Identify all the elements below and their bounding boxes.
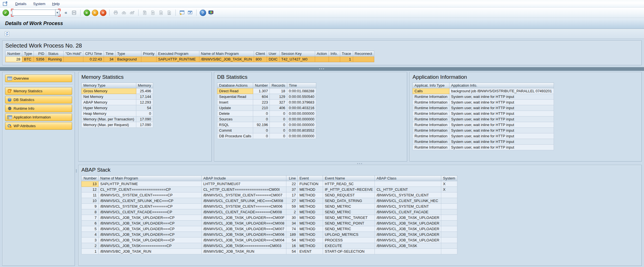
cell[interactable]: 13 bbox=[82, 181, 99, 187]
cell[interactable] bbox=[441, 237, 457, 243]
cell[interactable]: 18 bbox=[270, 88, 287, 94]
column-header[interactable]: Session Key bbox=[279, 51, 315, 57]
menu-item-details[interactable]: Details bbox=[12, 1, 30, 6]
cell[interactable]: 5 bbox=[82, 226, 99, 232]
cell[interactable]: /BNWVS/CL_SYSTEM_CLIENT bbox=[375, 204, 441, 209]
cell[interactable]: Delete bbox=[217, 111, 253, 116]
back-button[interactable]: « bbox=[83, 9, 90, 16]
cell[interactable]: 0:00:00.000000 bbox=[287, 111, 316, 116]
cell[interactable]: 0:00:00.803552 bbox=[287, 128, 316, 133]
cell[interactable]: 4 bbox=[82, 232, 99, 237]
cell[interactable]: IF_HTTP_CLIENT~RECEIVE bbox=[323, 187, 375, 192]
cell[interactable]: 0:22:43 bbox=[83, 57, 104, 62]
cell[interactable]: EXECUTE bbox=[323, 243, 375, 249]
column-header[interactable]: PID bbox=[34, 51, 46, 57]
cell[interactable]: /BNWVS/CL_SYSTEM_CLIENT bbox=[375, 192, 441, 198]
cell[interactable]: /BNWVS/CL_JOB_TASK_UPLOADER===CP bbox=[99, 237, 202, 243]
enter-button[interactable]: ✓ bbox=[2, 9, 9, 16]
cell[interactable]: METHOD bbox=[298, 215, 323, 221]
column-header[interactable]: Trace bbox=[340, 51, 353, 57]
column-header[interactable]: Action bbox=[315, 51, 329, 57]
cell[interactable]: 0 bbox=[270, 128, 287, 133]
create-shortcut-button[interactable] bbox=[187, 9, 193, 16]
sidebar-item-wp-attributes[interactable]: WP Attributes bbox=[5, 122, 72, 130]
cell[interactable]: 5356 bbox=[34, 57, 46, 62]
cell[interactable]: Background bbox=[115, 57, 141, 62]
cell[interactable]: 34 bbox=[286, 221, 298, 226]
cell[interactable]: 7 bbox=[82, 215, 99, 221]
cell[interactable]: /BNWVS/CL_SYSTEM_CLIENT=======CM007 bbox=[202, 192, 286, 198]
cell[interactable]: DDIC bbox=[267, 57, 279, 62]
cell[interactable]: METHOD bbox=[298, 226, 323, 232]
cell[interactable]: /BNWVS/CL_JOB_TASK_UPLOADER bbox=[375, 232, 441, 237]
cell[interactable]: Sources bbox=[217, 116, 253, 122]
cell[interactable]: CL_HTTP_CLIENT================CP bbox=[99, 187, 202, 192]
cell[interactable]: METHOD bbox=[298, 198, 323, 204]
cell[interactable]: 16 bbox=[286, 243, 298, 249]
column-header[interactable]: Memory bbox=[136, 83, 153, 88]
cell[interactable] bbox=[141, 57, 156, 62]
cell[interactable]: 17.144 bbox=[136, 94, 153, 100]
cell[interactable] bbox=[441, 198, 457, 204]
cell[interactable]: METHOD bbox=[298, 237, 323, 243]
cell[interactable]: 59 bbox=[286, 204, 298, 209]
column-header[interactable]: Type bbox=[22, 51, 34, 57]
cell[interactable]: 10 bbox=[82, 198, 99, 204]
menu-item-system[interactable]: System bbox=[30, 1, 49, 6]
column-header[interactable]: System bbox=[441, 176, 457, 181]
column-header[interactable]: Name of Main Program bbox=[99, 176, 202, 181]
cell[interactable]: 34 bbox=[104, 57, 115, 62]
cell[interactable]: /BNWVS/CL_SYSTEM_CLIENT=======CP bbox=[99, 192, 202, 198]
cell[interactable]: Runtime Information bbox=[413, 116, 449, 122]
cell[interactable]: SAPLHTTP_RUNTIME bbox=[99, 181, 202, 187]
cell[interactable]: 17 bbox=[286, 192, 298, 198]
cell[interactable]: 800 bbox=[254, 57, 267, 62]
column-header[interactable]: Time bbox=[104, 51, 115, 57]
column-header[interactable]: Status bbox=[46, 51, 64, 57]
cell[interactable]: /BNWVS/CL_SYSTEM_CLIENT=======CM006 bbox=[202, 204, 286, 209]
cell[interactable]: /BNWVS/CL_JOB_TASK_UPLOADER===CP bbox=[99, 221, 202, 226]
cell[interactable] bbox=[441, 204, 457, 209]
cell[interactable]: Heap Memory bbox=[82, 111, 136, 116]
cell[interactable]: Runtime Information bbox=[413, 133, 449, 139]
cell[interactable]: /BNWVS/CL_CLIENT_FACADE=======CP bbox=[99, 209, 202, 215]
cell[interactable] bbox=[441, 215, 457, 221]
cell[interactable]: X bbox=[441, 187, 457, 192]
cell[interactable] bbox=[441, 243, 457, 249]
cell[interactable]: /BNWVS/CL_CLIENT_FACADE=======CM008 bbox=[202, 209, 286, 215]
cell[interactable]: EVENT bbox=[298, 249, 323, 254]
cell[interactable]: /BNWVS/BC_JOB_TASK_RUN bbox=[202, 249, 286, 254]
cell[interactable]: METHOD bbox=[298, 221, 323, 226]
cell[interactable]: Memory (Max. per Transaction) bbox=[82, 116, 136, 122]
cell[interactable]: /BNWVS/CL_JOB_TASK_UPLOADER===CP bbox=[99, 226, 202, 232]
column-header[interactable]: Records bbox=[270, 83, 287, 88]
cell[interactable]: METHOD bbox=[298, 243, 323, 249]
cell[interactable]: Runtime Information bbox=[413, 111, 449, 116]
cell[interactable]: RSQL bbox=[217, 122, 253, 128]
cell[interactable]: FUNCTION bbox=[298, 181, 323, 187]
column-header[interactable]: CPU Time bbox=[83, 51, 104, 57]
help-button[interactable]: ? bbox=[199, 9, 206, 16]
cell[interactable]: /BNWVS/CL_CLIENT_SPLUNK_HEC===CM008 bbox=[202, 198, 286, 204]
cell[interactable] bbox=[441, 209, 457, 215]
column-header[interactable]: Reconnect bbox=[353, 51, 374, 57]
cell[interactable]: CL_HTTP_CLIENT bbox=[375, 187, 441, 192]
cell[interactable]: /BNWVS/CL_JOB_TASK_UPLOADER bbox=[375, 237, 441, 243]
cell[interactable] bbox=[315, 57, 329, 62]
cell[interactable]: System user, wait inline for HTTP input bbox=[449, 128, 554, 133]
cell[interactable]: 54 bbox=[286, 249, 298, 254]
cell[interactable]: PROCESS bbox=[323, 237, 375, 243]
cell[interactable]: Running bbox=[46, 57, 64, 62]
cell[interactable]: /BNWVS/CL_JOB_TASK============CP bbox=[99, 243, 202, 249]
cell[interactable]: 30 bbox=[286, 215, 298, 221]
cell[interactable] bbox=[375, 181, 441, 187]
cell[interactable] bbox=[441, 249, 457, 254]
cell[interactable]: 1 bbox=[82, 249, 99, 254]
cell[interactable]: DB Procedure Calls bbox=[217, 133, 253, 139]
cell[interactable]: METHOD bbox=[298, 209, 323, 215]
cell[interactable]: /BNWVS/CL_JOB_TASK_UPLOADER bbox=[375, 221, 441, 226]
cell[interactable]: START-OF-SELECTION bbox=[323, 249, 375, 254]
cell[interactable]: METHOD bbox=[298, 187, 323, 192]
cell[interactable]: /BNWVS/CL_JOB_TASK_UPLOADER===CM007 bbox=[202, 226, 286, 232]
cell[interactable] bbox=[441, 192, 457, 198]
